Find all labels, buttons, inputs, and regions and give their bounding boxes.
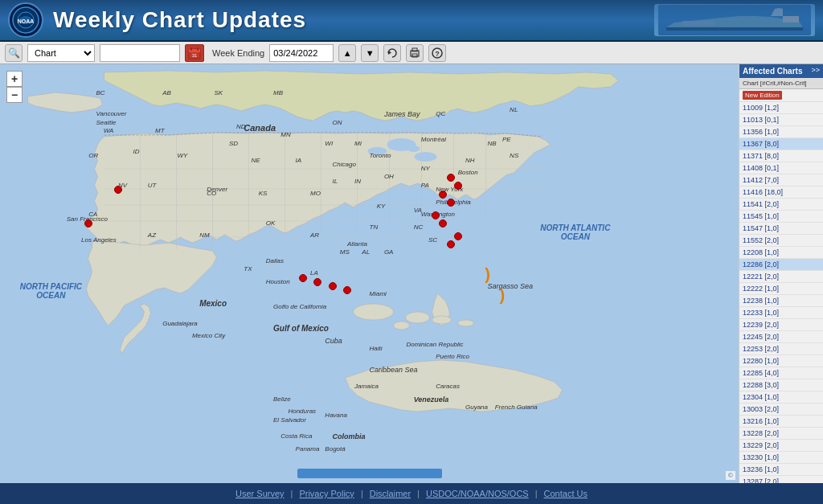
chart-list: 11009 [1,2]11013 [0,1]11356 [1,0]11367 [… [739, 102, 823, 483]
chart-item-3[interactable]: 11367 [8,0] [739, 138, 823, 150]
chart-item-10[interactable]: 11547 [1,0] [739, 223, 823, 235]
map-dot-14[interactable] [343, 286, 351, 294]
chart-item-5[interactable]: 11408 [0,1] [739, 162, 823, 174]
map-progress-bar [297, 469, 442, 478]
toolbar: 🔍 Chart Publication 31 Week Ending 03/24… [0, 42, 823, 64]
chart-item-7[interactable]: 11416 [18,0] [739, 186, 823, 199]
chart-item-27[interactable]: 13228 [2,0] [739, 428, 823, 440]
svg-point-35 [415, 152, 437, 162]
chart-item-9[interactable]: 11545 [1,0] [739, 211, 823, 223]
chart-item-29[interactable]: 13230 [1,0] [739, 452, 823, 464]
edition-badge: New Edition [743, 91, 782, 100]
header: NOAA Weekly Chart Updates [0, 0, 823, 42]
chart-item-18[interactable]: 12239 [2,0] [739, 319, 823, 331]
chart-item-17[interactable]: 12233 [1,0] [739, 307, 823, 319]
chart-item-14[interactable]: 12221 [2,0] [739, 271, 823, 283]
chart-item-11[interactable]: 11552 [2,0] [739, 235, 823, 247]
chart-item-28[interactable]: 13229 [2,0] [739, 440, 823, 452]
week-ending-label: Week Ending [212, 48, 264, 58]
chart-item-4[interactable]: 11371 [8,0] [739, 150, 823, 162]
map-dot-12[interactable] [313, 278, 321, 286]
expand-sidebar-btn[interactable]: >> [808, 64, 823, 76]
svg-rect-9 [197, 47, 199, 51]
sidebar-subheader: Chart [#Crit,#Non-Crit] [739, 78, 823, 89]
chart-item-2[interactable]: 11356 [1,0] [739, 126, 823, 138]
help-btn[interactable]: ? [428, 44, 446, 62]
chart-item-26[interactable]: 13216 [1,0] [739, 416, 823, 428]
chart-item-22[interactable]: 12285 [4,0] [739, 367, 823, 379]
chart-item-8[interactable]: 11541 [2,0] [739, 199, 823, 211]
svg-rect-8 [190, 47, 192, 51]
map-dot-2[interactable] [84, 219, 92, 227]
chart-item-13[interactable]: 12286 [2,0] [739, 259, 823, 271]
svg-text:31: 31 [192, 53, 198, 58]
chart-item-15[interactable]: 12222 [1,0] [739, 283, 823, 295]
chart-item-6[interactable]: 11412 [7,0] [739, 174, 823, 186]
footer-separator-1: | [361, 489, 363, 498]
search-icon-btn[interactable]: 🔍 [5, 44, 23, 62]
map-dot-8[interactable] [439, 219, 447, 227]
map-dot-4[interactable] [454, 182, 462, 190]
chart-item-31[interactable]: 13287 [2,0] [739, 476, 823, 483]
category-select[interactable]: Chart Publication [27, 44, 95, 62]
calendar-icon[interactable]: 31 [185, 44, 204, 62]
svg-text:NOAA: NOAA [18, 18, 35, 24]
map-container[interactable]: + − [0, 64, 739, 483]
map-dot-7[interactable] [432, 211, 440, 219]
spin-down-btn[interactable]: ▼ [361, 44, 379, 62]
affected-charts-sidebar: >> Affected Charts Chart [#Crit,#Non-Cri… [739, 64, 823, 483]
map-copyright: © [726, 471, 735, 480]
svg-rect-5 [682, 21, 714, 26]
svg-point-42 [394, 322, 410, 330]
footer-separator-3: | [535, 489, 538, 498]
zoom-controls: + − [6, 71, 23, 103]
map-dot-9[interactable] [454, 232, 462, 240]
svg-point-39 [406, 312, 430, 323]
zoom-out-btn[interactable]: − [6, 87, 23, 103]
chart-item-21[interactable]: 12280 [1,0] [739, 355, 823, 367]
svg-point-38 [354, 304, 394, 320]
svg-rect-4 [783, 16, 799, 23]
chart-item-1[interactable]: 11013 [0,1] [739, 114, 823, 126]
map-dot-10[interactable] [447, 240, 455, 248]
main-content: + − [0, 64, 823, 483]
spin-up-btn[interactable]: ▲ [338, 44, 356, 62]
map-dot-1[interactable] [114, 186, 122, 194]
footer-link-3[interactable]: USDOC/NOAA/NOS/OCS [426, 489, 529, 498]
svg-point-41 [458, 320, 474, 326]
chart-item-0[interactable]: 11009 [1,2] [739, 102, 823, 114]
svg-point-37 [407, 145, 420, 152]
chart-item-30[interactable]: 13236 [1,0] [739, 464, 823, 476]
refresh-btn[interactable] [383, 44, 401, 62]
page-title: Weekly Chart Updates [53, 7, 306, 33]
svg-marker-11 [388, 51, 391, 55]
map-dot-6[interactable] [447, 199, 455, 207]
zoom-in-btn[interactable]: + [6, 71, 23, 87]
footer-link-1[interactable]: Privacy Policy [299, 489, 354, 498]
chart-item-19[interactable]: 12245 [2,0] [739, 331, 823, 343]
chart-item-16[interactable]: 12238 [1,0] [739, 295, 823, 307]
map-dot-5[interactable] [439, 191, 447, 199]
chart-item-23[interactable]: 12288 [3,0] [739, 379, 823, 391]
header-ship-image [654, 4, 815, 36]
date-input[interactable]: 03/24/2022 [269, 44, 334, 62]
print-btn[interactable] [406, 44, 424, 62]
footer-link-4[interactable]: Contact Us [544, 489, 588, 498]
map-svg [0, 64, 739, 483]
chart-item-25[interactable]: 13003 [2,0] [739, 404, 823, 416]
map-dot-3[interactable] [447, 174, 455, 182]
chart-item-24[interactable]: 12304 [1,0] [739, 391, 823, 404]
chart-item-12[interactable]: 12208 [1,0] [739, 247, 823, 259]
footer-separator-0: | [291, 489, 293, 498]
svg-text:?: ? [435, 50, 440, 58]
noaa-logo: NOAA [8, 2, 43, 38]
footer-link-2[interactable]: Disclaimer [370, 489, 411, 498]
chart-item-20[interactable]: 12253 [2,0] [739, 343, 823, 355]
footer-separator-2: | [417, 489, 420, 498]
map-dot-13[interactable] [329, 282, 337, 290]
map-dot-11[interactable] [299, 274, 307, 282]
footer-link-0[interactable]: User Survey [235, 489, 285, 498]
svg-point-36 [368, 147, 387, 155]
footer: User Survey | Privacy Policy | Disclaime… [0, 483, 823, 504]
search-input[interactable] [100, 44, 180, 62]
